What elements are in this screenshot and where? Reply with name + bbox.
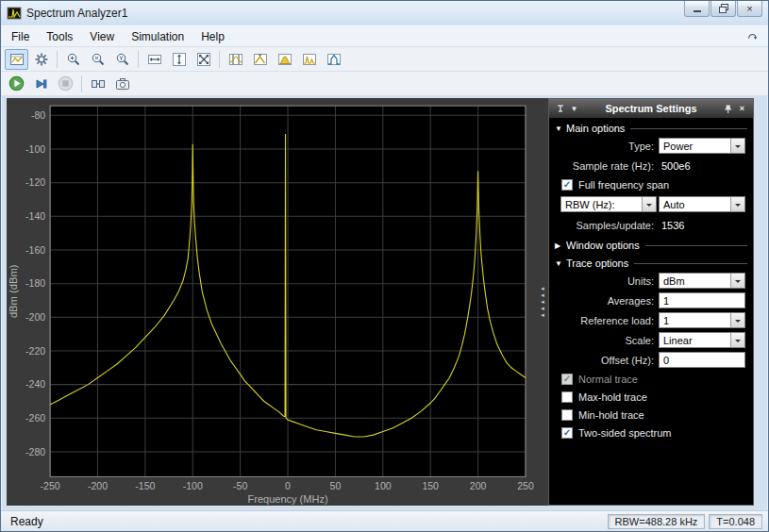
peak-finder-icon — [253, 52, 268, 67]
type-dropdown[interactable]: Power — [659, 138, 745, 154]
two-sided-spectrum-checkbox[interactable]: ✓ Two-sided spectrum — [549, 424, 753, 441]
toolbar-separator — [138, 51, 139, 68]
checkbox-icon[interactable] — [561, 409, 573, 421]
configuration-properties-button[interactable] — [29, 49, 53, 70]
settings-panel-header: ▼ Spectrum Settings × — [549, 99, 753, 118]
scale-dropdown[interactable]: Linear — [659, 332, 745, 348]
panel-close-icon[interactable]: × — [735, 104, 749, 113]
simulink-source-button[interactable] — [86, 74, 109, 94]
svg-text:-140: -140 — [25, 210, 45, 222]
svg-text:150: 150 — [422, 480, 439, 491]
dropdown-arrow-icon[interactable] — [730, 197, 744, 211]
section-title: Main options — [566, 123, 625, 134]
svg-text:-240: -240 — [25, 378, 45, 390]
plot-area[interactable]: -250-200-150-100-50050100150200250-80-10… — [7, 98, 537, 506]
scale-y-axis-button[interactable] — [167, 49, 191, 70]
section-main-options[interactable]: ▼ Main options — [549, 118, 753, 136]
max-hold-trace-checkbox[interactable]: Max-hold trace — [549, 388, 753, 406]
snapshot-button[interactable] — [110, 74, 134, 94]
svg-text:-50: -50 — [233, 480, 247, 491]
channel-measurements-button[interactable] — [273, 49, 296, 70]
svg-text:Frequency (MHz): Frequency (MHz) — [247, 493, 327, 505]
splitter-arrow-icon: ◄ — [540, 292, 545, 298]
time-status: T=0.048 — [709, 514, 762, 529]
menu-view[interactable]: View — [81, 27, 123, 46]
svg-text:-260: -260 — [25, 412, 45, 424]
section-trace-options[interactable]: ▼ Trace options — [549, 253, 753, 271]
toolbar-main — [1, 47, 768, 72]
splitter-arrow-icon: ◄ — [540, 286, 545, 291]
dropdown-arrow-icon[interactable] — [730, 274, 744, 288]
rbw-value: Auto — [660, 199, 730, 210]
distortion-measurements-button[interactable] — [297, 49, 321, 70]
cursor-measurements-button[interactable] — [224, 49, 247, 70]
spectral-mask-icon — [326, 52, 342, 67]
run-icon — [8, 75, 25, 91]
dropdown-arrow-icon[interactable] — [730, 313, 744, 327]
dropdown-arrow-icon[interactable] — [642, 197, 656, 211]
rbw-value-dropdown[interactable]: Auto — [659, 196, 745, 212]
status-text: Ready — [7, 515, 604, 528]
spectral-mask-button[interactable] — [322, 49, 345, 70]
panel-collapse-splitter[interactable]: ◄ ◄ ◄ ◄ ◄ — [537, 98, 548, 506]
svg-text:-220: -220 — [25, 344, 45, 356]
averages-input[interactable]: 1 — [659, 292, 745, 308]
statusbar: Ready RBW=488.28 kHz T=0.048 — [1, 510, 768, 531]
samples-update-value[interactable]: 1536 — [659, 220, 745, 231]
rbw-type-dropdown[interactable]: RBW (Hz): — [560, 196, 657, 212]
zoom-in-button[interactable] — [61, 49, 85, 70]
normal-trace-checkbox: ✓ Normal trace — [549, 370, 753, 388]
run-button[interactable] — [5, 74, 28, 94]
rbw-row: RBW (Hz): Auto — [549, 193, 753, 215]
reference-load-combo[interactable]: 1 — [659, 312, 745, 328]
min-hold-trace-checkbox[interactable]: Min-hold trace — [549, 406, 753, 424]
svg-text:-250: -250 — [41, 480, 60, 491]
toolbar-separator — [57, 51, 58, 68]
zoom-y-button[interactable] — [110, 49, 134, 70]
scale-x-axis-button[interactable] — [142, 49, 166, 70]
units-value: dBm — [660, 275, 730, 287]
zoom-x-button[interactable] — [86, 49, 109, 70]
menu-simulation[interactable]: Simulation — [123, 27, 192, 46]
checkbox-icon[interactable] — [561, 391, 573, 403]
fit-to-view-button[interactable] — [192, 49, 215, 70]
sample-rate-value[interactable]: 500e6 — [659, 160, 745, 172]
zoom-x-icon — [91, 52, 106, 67]
offset-input[interactable]: 0 — [659, 352, 745, 368]
rbw-status: RBW=488.28 kHz — [608, 514, 706, 529]
averages-label: Averages: — [555, 295, 654, 307]
step-forward-button[interactable] — [29, 74, 53, 94]
menu-file[interactable]: File — [3, 27, 38, 46]
svg-text:250: 250 — [517, 480, 534, 491]
titlebar[interactable]: Spectrum Analyzer1 × — [1, 1, 768, 25]
panel-dock-icon[interactable] — [553, 104, 567, 113]
toolbar-separator — [81, 75, 82, 92]
svg-text:-120: -120 — [25, 176, 45, 188]
peak-finder-button[interactable] — [248, 49, 272, 70]
full-frequency-span-checkbox[interactable]: ✓ Full frequency span — [549, 175, 753, 193]
close-button[interactable]: × — [737, 1, 762, 17]
svg-text:200: 200 — [470, 480, 487, 491]
menubar-curl-icon[interactable] — [745, 30, 761, 43]
checkbox-icon[interactable]: ✓ — [561, 427, 573, 439]
section-window-options[interactable]: ▶ Window options — [549, 235, 753, 253]
scale-label: Scale: — [555, 335, 654, 346]
units-dropdown[interactable]: dBm — [659, 273, 745, 289]
menu-tools[interactable]: Tools — [38, 27, 81, 46]
zoom-y-icon — [115, 52, 130, 67]
stop-button[interactable] — [54, 74, 77, 94]
checkbox-icon[interactable]: ✓ — [561, 179, 573, 191]
spectrum-settings-icon — [9, 52, 25, 67]
offset-label: Offset (Hz): — [555, 355, 654, 366]
restore-button[interactable] — [710, 1, 736, 17]
svg-text:100: 100 — [375, 480, 392, 491]
panel-pin-icon[interactable] — [721, 104, 735, 114]
reference-load-label: Reference load: — [555, 315, 654, 326]
dropdown-arrow-icon[interactable] — [730, 333, 744, 347]
spectrum-settings-toggle-button[interactable] — [5, 49, 28, 70]
dropdown-arrow-icon[interactable] — [730, 139, 744, 153]
minimize-button[interactable] — [684, 1, 710, 17]
menu-help[interactable]: Help — [192, 27, 233, 46]
two-sided-spectrum-label: Two-sided spectrum — [578, 427, 671, 439]
panel-collapse-icon[interactable]: ▼ — [567, 105, 581, 113]
